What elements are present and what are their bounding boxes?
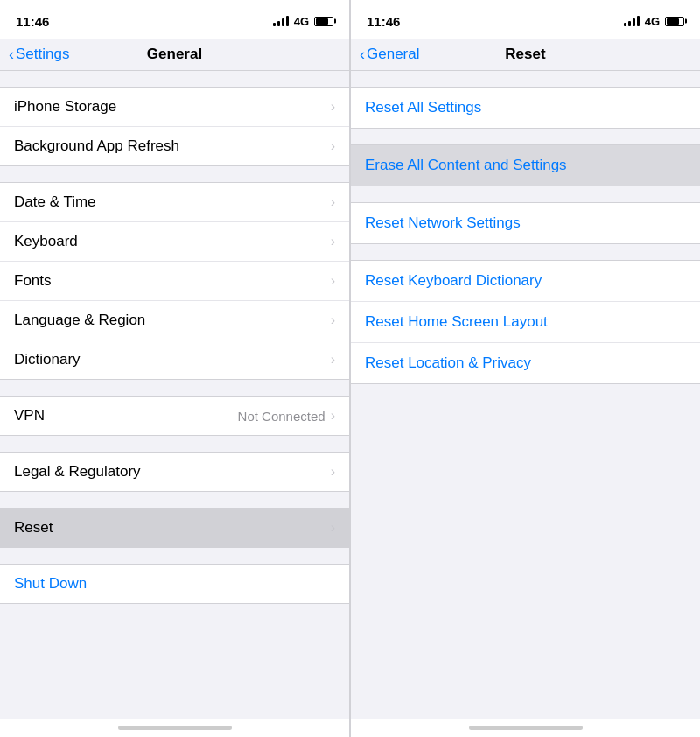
right-signal-bars-icon [624,16,640,26]
background-app-refresh-chevron-icon: › [331,138,335,154]
right-home-bar [469,726,583,730]
legal-regulatory-item[interactable]: Legal & Regulatory › [0,453,349,491]
reset-network-settings-label: Reset Network Settings [365,214,521,232]
reset-location-privacy-item[interactable]: Reset Location & Privacy [351,343,700,383]
left-section-5: Reset › [0,508,349,548]
reset-keyboard-dictionary-item[interactable]: Reset Keyboard Dictionary [351,261,700,302]
dictionary-right: › [331,352,335,368]
background-app-refresh-right: › [331,138,335,154]
right-back-button[interactable]: ‹ General [360,46,419,64]
vpn-right: Not Connected › [238,408,335,424]
shutdown-group: Shut Down [0,564,349,604]
reset-location-privacy-label: Reset Location & Privacy [365,354,531,372]
reset-all-settings-item[interactable]: Reset All Settings [351,88,700,128]
fonts-item[interactable]: Fonts › [0,262,349,301]
keyboard-label: Keyboard [14,233,78,250]
shutdown-item[interactable]: Shut Down [0,565,349,603]
right-nav-bar: ‹ General Reset [351,39,700,71]
reset-home-screen-layout-label: Reset Home Screen Layout [365,313,548,331]
right-back-chevron-icon: ‹ [360,46,365,64]
reset-label: Reset [14,519,52,537]
battery-icon [314,17,333,26]
right-section-4: Reset Keyboard Dictionary Reset Home Scr… [351,260,700,384]
vpn-item[interactable]: VPN Not Connected › [0,397,349,435]
vpn-chevron-icon: › [331,408,335,424]
left-section-1: iPhone Storage › Background App Refresh … [0,87,349,166]
right-time: 11:46 [367,14,400,29]
left-home-indicator [0,719,349,737]
right-section-1: Reset All Settings [351,87,700,129]
reset-keyboard-dictionary-label: Reset Keyboard Dictionary [365,272,542,290]
reset-item[interactable]: Reset › [0,509,349,547]
right-section-2: Erase All Content and Settings [351,144,700,186]
dictionary-label: Dictionary [14,351,80,368]
iphone-storage-item[interactable]: iPhone Storage › [0,88,349,127]
date-time-item[interactable]: Date & Time › [0,183,349,222]
right-scroll-area: Reset All Settings Erase All Content and… [351,71,700,719]
erase-all-content-item[interactable]: Erase All Content and Settings [351,145,700,186]
keyboard-item[interactable]: Keyboard › [0,222,349,262]
left-back-button[interactable]: ‹ Settings [9,46,69,64]
iphone-storage-chevron-icon: › [331,99,335,115]
left-section-3: VPN Not Connected › [0,396,349,436]
left-time: 11:46 [16,14,49,29]
left-back-chevron-icon: ‹ [9,46,14,64]
language-region-label: Language & Region [14,312,145,329]
reset-chevron-icon: › [331,520,335,536]
left-nav-title: General [147,46,202,63]
date-time-right: › [331,194,335,210]
left-status-bar: 11:46 4G [0,0,349,39]
language-region-right: › [331,312,335,328]
left-back-label: Settings [16,46,69,63]
fonts-right: › [331,273,335,289]
fonts-chevron-icon: › [331,273,335,289]
iphone-storage-right: › [331,99,335,115]
vpn-status: Not Connected [238,409,326,424]
right-status-right: 4G [624,15,684,28]
date-time-label: Date & Time [14,193,96,211]
background-app-refresh-label: Background App Refresh [14,137,179,155]
reset-all-settings-label: Reset All Settings [365,99,481,116]
dictionary-chevron-icon: › [331,352,335,368]
right-home-indicator [351,719,700,737]
left-scroll-area: iPhone Storage › Background App Refresh … [0,71,349,719]
legal-regulatory-label: Legal & Regulatory [14,463,141,481]
left-status-right: 4G [273,15,333,28]
right-status-bar: 11:46 4G [351,0,700,39]
fonts-label: Fonts [14,272,52,290]
date-time-chevron-icon: › [331,194,335,210]
erase-all-content-label: Erase All Content and Settings [365,157,567,174]
left-panel: 11:46 4G ‹ Settings General iPhone Sto [0,0,350,737]
left-nav-bar: ‹ Settings General [0,39,349,71]
keyboard-chevron-icon: › [331,234,335,249]
language-region-item[interactable]: Language & Region › [0,301,349,340]
vpn-label: VPN [14,407,45,425]
background-app-refresh-item[interactable]: Background App Refresh › [0,127,349,165]
right-battery-icon [665,17,684,26]
left-section-4: Legal & Regulatory › [0,452,349,492]
language-region-chevron-icon: › [331,312,335,328]
reset-right: › [331,520,335,536]
reset-home-screen-layout-item[interactable]: Reset Home Screen Layout [351,302,700,343]
right-panel: 11:46 4G ‹ General Reset Reset All Se [350,0,700,737]
right-back-label: General [367,46,419,63]
left-section-2: Date & Time › Keyboard › Fonts › Languag… [0,182,349,380]
left-network: 4G [294,15,309,28]
shutdown-label: Shut Down [14,575,87,593]
dictionary-item[interactable]: Dictionary › [0,340,349,379]
legal-regulatory-right: › [331,464,335,480]
legal-regulatory-chevron-icon: › [331,464,335,480]
signal-bars-icon [273,16,289,26]
left-home-bar [118,726,232,730]
keyboard-right: › [331,234,335,249]
reset-network-settings-item[interactable]: Reset Network Settings [351,203,700,243]
right-section-3: Reset Network Settings [351,202,700,244]
right-network: 4G [645,15,660,28]
right-nav-title: Reset [505,46,545,63]
iphone-storage-label: iPhone Storage [14,98,116,116]
